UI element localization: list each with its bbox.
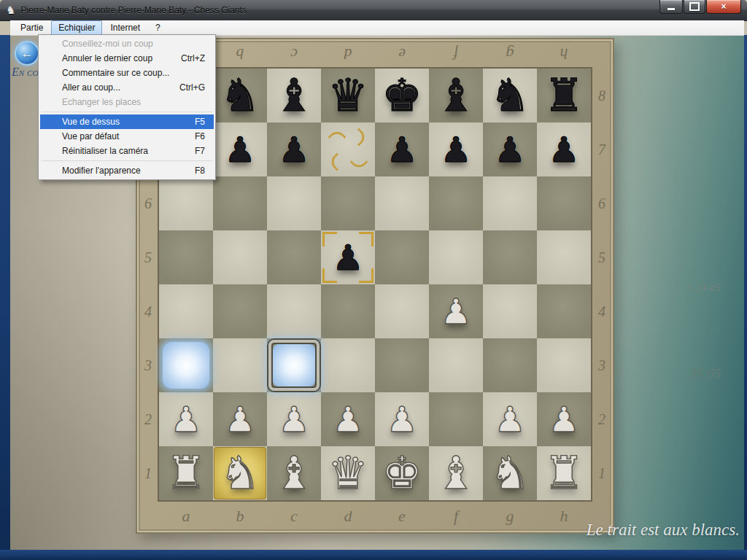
piece-black-pawn-f7[interactable]: ♟ <box>429 122 483 176</box>
square-f5[interactable] <box>429 230 483 284</box>
square-f6[interactable] <box>429 176 483 230</box>
back-button[interactable]: ← <box>15 41 39 66</box>
square-b1[interactable]: ♞ <box>213 446 267 500</box>
piece-white-knight-g1[interactable]: ♞ <box>483 446 537 500</box>
menu-item-view-top[interactable]: Vue de dessusF5 <box>40 114 214 129</box>
piece-black-pawn-d5[interactable]: ♟ <box>321 230 375 284</box>
square-a1[interactable]: ♜ <box>159 446 213 500</box>
menu-item-edit-appearance[interactable]: Modifier l'apparenceF8 <box>40 163 214 178</box>
square-e3[interactable] <box>375 338 429 392</box>
square-g2[interactable]: ♟ <box>483 392 537 446</box>
square-e8[interactable]: ♚ <box>375 69 429 122</box>
piece-white-bishop-f1[interactable]: ♝ <box>429 446 483 500</box>
piece-white-rook-h1[interactable]: ♜ <box>537 446 591 500</box>
minimize-button[interactable] <box>659 0 683 14</box>
piece-white-queen-d1[interactable]: ♛ <box>321 446 375 500</box>
square-c7[interactable]: ♟ <box>267 122 321 176</box>
square-g6[interactable] <box>483 176 537 230</box>
menu-item-goto-move[interactable]: Aller au coup...Ctrl+G <box>40 80 214 95</box>
square-h4[interactable] <box>537 284 591 338</box>
square-b8[interactable]: ♞ <box>213 69 267 122</box>
square-e6[interactable] <box>375 176 429 230</box>
menubar-item-echiquier[interactable]: Echiquier <box>51 20 102 35</box>
square-c4[interactable] <box>267 284 321 338</box>
square-d1[interactable]: ♛ <box>321 446 375 500</box>
square-h2[interactable]: ♟ <box>537 392 591 446</box>
piece-white-knight-b1[interactable]: ♞ <box>213 446 267 500</box>
piece-black-pawn-g7[interactable]: ♟ <box>483 122 537 176</box>
square-d3[interactable] <box>321 338 375 392</box>
piece-black-knight-g8[interactable]: ♞ <box>483 69 537 122</box>
square-c3[interactable] <box>267 338 321 392</box>
square-f1[interactable]: ♝ <box>429 446 483 500</box>
square-g5[interactable] <box>483 230 537 284</box>
piece-white-pawn-h2[interactable]: ♟ <box>537 392 591 446</box>
piece-white-pawn-b2[interactable]: ♟ <box>213 392 267 446</box>
piece-white-bishop-c1[interactable]: ♝ <box>267 446 321 500</box>
piece-black-king-e8[interactable]: ♚ <box>375 69 429 122</box>
piece-white-pawn-g2[interactable]: ♟ <box>483 392 537 446</box>
square-f3[interactable] <box>429 338 483 392</box>
square-b4[interactable] <box>213 284 267 338</box>
piece-black-bishop-f8[interactable]: ♝ <box>429 69 483 122</box>
square-d2[interactable]: ♟ <box>321 392 375 446</box>
square-h7[interactable]: ♟ <box>537 122 591 176</box>
square-f4[interactable]: ♟ <box>429 284 483 338</box>
menubar-item-help[interactable]: ? <box>148 20 168 35</box>
square-g7[interactable]: ♟ <box>483 122 537 176</box>
square-g1[interactable]: ♞ <box>483 446 537 500</box>
piece-black-pawn-e7[interactable]: ♟ <box>375 122 429 176</box>
square-b5[interactable] <box>213 230 267 284</box>
maximize-button[interactable] <box>684 0 705 14</box>
square-a6[interactable] <box>159 176 213 230</box>
piece-white-pawn-d2[interactable]: ♟ <box>321 392 375 446</box>
menu-item-undo-last-move[interactable]: Annuler le dernier coupCtrl+Z <box>40 51 214 66</box>
square-h8[interactable]: ♜ <box>537 69 591 122</box>
menu-item-reset-camera[interactable]: Réinitialiser la caméraF7 <box>40 144 214 158</box>
square-a4[interactable] <box>159 284 213 338</box>
square-d4[interactable] <box>321 284 375 338</box>
square-e2[interactable]: ♟ <box>375 392 429 446</box>
close-button[interactable]: × <box>706 0 741 14</box>
square-c2[interactable]: ♟ <box>267 392 321 446</box>
square-e7[interactable]: ♟ <box>375 122 429 176</box>
square-f2[interactable] <box>429 392 483 446</box>
square-c1[interactable]: ♝ <box>267 446 321 500</box>
square-d5[interactable]: ♟ <box>321 230 375 284</box>
menu-item-comment-move[interactable]: Commentaire sur ce coup... <box>40 66 214 80</box>
square-a5[interactable] <box>159 230 213 284</box>
square-b6[interactable] <box>213 176 267 230</box>
square-b2[interactable]: ♟ <box>213 392 267 446</box>
square-h1[interactable]: ♜ <box>537 446 591 500</box>
square-d6[interactable] <box>321 176 375 230</box>
piece-white-pawn-a2[interactable]: ♟ <box>159 392 213 446</box>
piece-black-bishop-c8[interactable]: ♝ <box>267 69 321 122</box>
square-g4[interactable] <box>483 284 537 338</box>
piece-white-pawn-e2[interactable]: ♟ <box>375 392 429 446</box>
piece-black-queen-d8[interactable]: ♛ <box>321 69 375 122</box>
square-c5[interactable] <box>267 230 321 284</box>
square-b7[interactable]: ♟ <box>213 122 267 176</box>
piece-white-pawn-f4[interactable]: ♟ <box>429 284 483 338</box>
piece-black-knight-b8[interactable]: ♞ <box>213 69 267 122</box>
piece-white-pawn-c2[interactable]: ♟ <box>267 392 321 446</box>
square-c8[interactable]: ♝ <box>267 69 321 122</box>
square-c6[interactable] <box>267 176 321 230</box>
square-e5[interactable] <box>375 230 429 284</box>
square-b3[interactable] <box>213 338 267 392</box>
square-h3[interactable] <box>537 338 591 392</box>
piece-black-pawn-b7[interactable]: ♟ <box>213 122 267 176</box>
square-e4[interactable] <box>375 284 429 338</box>
square-h6[interactable] <box>537 176 591 230</box>
square-h5[interactable] <box>537 230 591 284</box>
square-d7[interactable] <box>321 122 375 176</box>
piece-black-pawn-h7[interactable]: ♟ <box>537 122 591 176</box>
square-f8[interactable]: ♝ <box>429 69 483 122</box>
square-g8[interactable]: ♞ <box>483 69 537 122</box>
piece-black-pawn-c7[interactable]: ♟ <box>267 122 321 176</box>
square-a3[interactable] <box>159 338 213 392</box>
square-g3[interactable] <box>483 338 537 392</box>
square-f7[interactable]: ♟ <box>429 122 483 176</box>
square-a2[interactable]: ♟ <box>159 392 213 446</box>
square-e1[interactable]: ♚ <box>375 446 429 500</box>
